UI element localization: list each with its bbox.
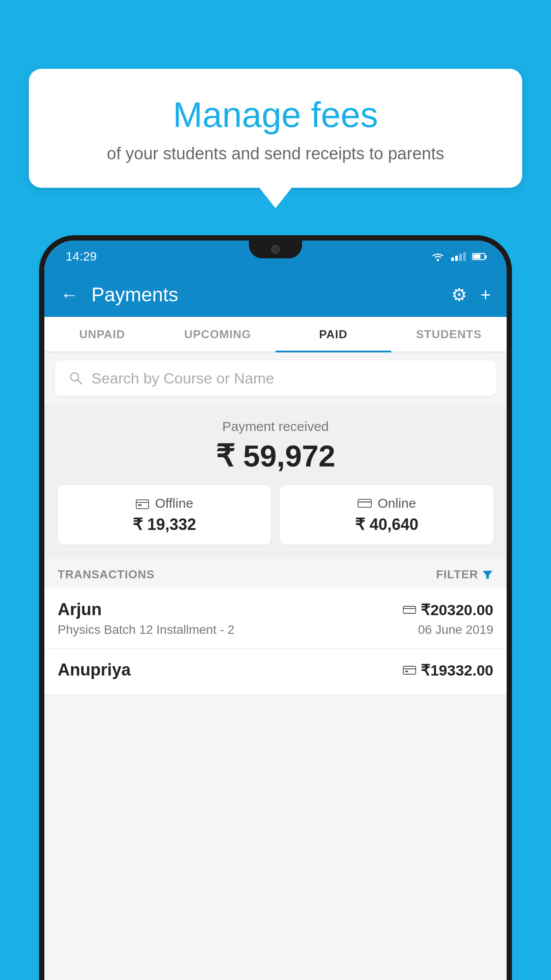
- transactions-header: TRANSACTIONS FILTER: [44, 558, 507, 589]
- notch-camera: [271, 245, 280, 254]
- transaction-name-1: Arjun: [58, 600, 102, 619]
- transaction-course-1: Physics Batch 12 Installment - 2: [58, 623, 234, 637]
- svg-marker-8: [483, 571, 492, 579]
- online-icon: [357, 498, 372, 509]
- payment-summary: Payment received ₹ 59,972 Offline ₹ 19,3…: [44, 404, 507, 558]
- svg-rect-3: [136, 500, 149, 509]
- offline-payment-card: Offline ₹ 19,332: [58, 485, 271, 545]
- search-bar-wrapper: Search by Course or Name: [44, 352, 507, 404]
- tabs: UNPAID UPCOMING PAID STUDENTS: [44, 317, 507, 352]
- table-row[interactable]: Anupriya ₹19332.00: [44, 649, 507, 695]
- settings-icon[interactable]: ⚙: [451, 285, 467, 305]
- online-payment-card: Online ₹ 40,640: [280, 485, 493, 545]
- svg-rect-13: [405, 671, 408, 672]
- phone-inner: 14:29: [44, 241, 507, 980]
- status-time: 14:29: [66, 249, 97, 264]
- online-pay-icon: [403, 605, 416, 615]
- battery-icon: [472, 253, 485, 260]
- tab-paid[interactable]: PAID: [276, 317, 391, 352]
- online-type: Online: [378, 496, 416, 511]
- add-icon[interactable]: +: [480, 285, 491, 305]
- back-button[interactable]: ←: [60, 285, 78, 305]
- tab-students[interactable]: STUDENTS: [391, 317, 507, 352]
- phone-frame: 14:29: [39, 235, 512, 980]
- payment-cards: Offline ₹ 19,332 Online ₹ 40,640: [58, 485, 493, 545]
- transaction-amount-1: ₹20320.00: [421, 601, 493, 619]
- svg-point-0: [437, 259, 439, 261]
- search-icon: [68, 371, 83, 386]
- transaction-amount-wrap-1: ₹20320.00: [403, 601, 493, 619]
- speech-bubble-subtitle: of your students and send receipts to pa…: [64, 144, 487, 163]
- svg-rect-9: [403, 606, 416, 613]
- offline-icon: [135, 497, 150, 510]
- search-bar[interactable]: Search by Course or Name: [55, 360, 496, 396]
- online-amount: ₹ 40,640: [289, 515, 484, 534]
- tab-unpaid[interactable]: UNPAID: [44, 317, 160, 352]
- filter-icon: [482, 569, 493, 581]
- search-input[interactable]: Search by Course or Name: [91, 370, 274, 387]
- speech-bubble-arrow: [259, 187, 292, 208]
- svg-rect-6: [358, 499, 371, 507]
- signal-icon: [451, 252, 466, 261]
- offline-type: Offline: [155, 496, 193, 511]
- speech-bubble-title: Manage fees: [64, 95, 487, 134]
- filter-label: FILTER: [436, 568, 478, 581]
- transactions-label: TRANSACTIONS: [58, 568, 155, 581]
- transaction-date-1: 06 June 2019: [418, 623, 493, 637]
- status-icons: [431, 251, 485, 262]
- speech-bubble-wrapper: Manage fees of your students and send re…: [29, 69, 522, 208]
- status-bar: 14:29: [44, 241, 507, 273]
- notch: [249, 241, 302, 258]
- svg-rect-11: [403, 666, 416, 674]
- app-header: ← Payments ⚙ +: [44, 273, 507, 317]
- svg-rect-5: [138, 504, 142, 506]
- speech-bubble: Manage fees of your students and send re…: [29, 69, 522, 188]
- offline-pay-icon: [403, 664, 416, 676]
- payment-received-label: Payment received: [58, 419, 493, 434]
- tab-upcoming[interactable]: UPCOMING: [160, 317, 276, 352]
- transaction-amount-2: ₹19332.00: [421, 661, 493, 679]
- wifi-icon: [431, 251, 445, 262]
- table-row[interactable]: Arjun ₹20320.00 Physics Batch 12 Install…: [44, 589, 507, 649]
- transaction-name-2: Anupriya: [58, 660, 131, 680]
- svg-line-2: [78, 380, 82, 384]
- page-title: Payments: [91, 284, 438, 306]
- offline-amount: ₹ 19,332: [67, 515, 262, 534]
- transaction-amount-wrap-2: ₹19332.00: [403, 661, 493, 679]
- payment-total-amount: ₹ 59,972: [58, 439, 493, 474]
- filter-button[interactable]: FILTER: [436, 568, 493, 581]
